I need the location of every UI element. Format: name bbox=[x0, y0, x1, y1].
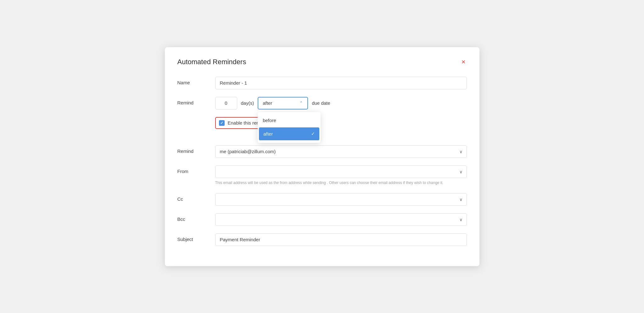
from-field: This email address will be used as the f… bbox=[215, 165, 467, 186]
subject-row: Subject bbox=[177, 233, 467, 246]
option-before[interactable]: before bbox=[258, 114, 321, 127]
name-label: Name bbox=[177, 77, 215, 85]
dialog-header: Automated Reminders × bbox=[177, 57, 467, 67]
name-input[interactable] bbox=[215, 77, 467, 89]
chevron-up-icon: ⌃ bbox=[300, 101, 303, 105]
remind-row-inner: day(s) after ⌃ before after ✓ bbox=[215, 97, 467, 109]
checkbox-section: ✓ Enable this reminder bbox=[177, 117, 467, 138]
from-select-wrapper bbox=[215, 165, 467, 178]
subject-label: Subject bbox=[177, 233, 215, 242]
close-button[interactable]: × bbox=[460, 57, 467, 67]
remind-email-field: me (patriciab@zillum.com) bbox=[215, 145, 467, 158]
cc-select[interactable] bbox=[215, 193, 467, 206]
remind-email-select[interactable]: me (patriciab@zillum.com) bbox=[215, 145, 467, 158]
name-field bbox=[215, 77, 467, 89]
check-icon: ✓ bbox=[311, 131, 315, 136]
from-row: From This email address will be used as … bbox=[177, 165, 467, 186]
bcc-select-wrapper bbox=[215, 213, 467, 226]
from-label: From bbox=[177, 165, 215, 174]
timing-trigger[interactable]: after ⌃ bbox=[258, 97, 308, 109]
cc-label: Cc bbox=[177, 193, 215, 202]
bcc-label: Bcc bbox=[177, 213, 215, 222]
from-select[interactable] bbox=[215, 165, 467, 178]
bcc-select[interactable] bbox=[215, 213, 467, 226]
name-row: Name bbox=[177, 77, 467, 89]
enable-reminder-checkbox[interactable]: ✓ bbox=[219, 120, 225, 126]
bcc-field bbox=[215, 213, 467, 226]
cc-field bbox=[215, 193, 467, 206]
subject-input[interactable] bbox=[215, 233, 467, 246]
cc-select-wrapper bbox=[215, 193, 467, 206]
automated-reminders-dialog: Automated Reminders × Name Remind day(s)… bbox=[165, 47, 479, 266]
days-suffix: day(s) bbox=[241, 100, 254, 106]
timing-dropdown: after ⌃ before after ✓ bbox=[258, 97, 308, 109]
cc-row: Cc bbox=[177, 193, 467, 206]
remind-email-row: Remind me (patriciab@zillum.com) bbox=[177, 145, 467, 158]
dialog-title: Automated Reminders bbox=[177, 58, 246, 66]
from-hint-text: This email address will be used as the f… bbox=[215, 180, 467, 186]
option-after-label: after bbox=[263, 131, 273, 137]
remind-timing-row: Remind day(s) after ⌃ before bbox=[177, 97, 467, 109]
timing-dropdown-menu: before after ✓ bbox=[258, 112, 321, 143]
remind-email-wrapper: me (patriciab@zillum.com) bbox=[215, 145, 467, 158]
remind2-label: Remind bbox=[177, 145, 215, 154]
subject-field bbox=[215, 233, 467, 246]
due-date-suffix: due date bbox=[312, 100, 330, 106]
option-before-label: before bbox=[263, 118, 276, 123]
remind-timing-field: day(s) after ⌃ before after ✓ bbox=[215, 97, 467, 109]
timing-value: after bbox=[263, 100, 272, 106]
checkmark-icon: ✓ bbox=[220, 121, 223, 125]
days-input[interactable] bbox=[215, 97, 237, 109]
option-after[interactable]: after ✓ bbox=[259, 127, 319, 140]
remind-label: Remind bbox=[177, 97, 215, 105]
bcc-row: Bcc bbox=[177, 213, 467, 226]
